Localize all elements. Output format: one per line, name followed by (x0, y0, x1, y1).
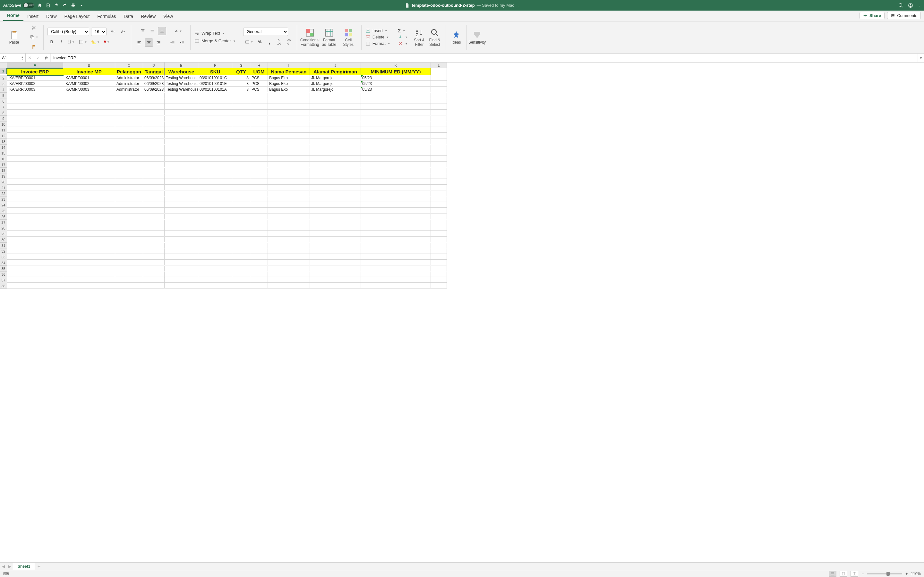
cell[interactable] (310, 179, 361, 185)
cell[interactable] (165, 248, 198, 254)
cell[interactable]: Jl. Margorejo (310, 81, 361, 87)
format-cells-button[interactable]: Format▾ (365, 41, 390, 46)
cell[interactable] (7, 197, 63, 202)
cell[interactable] (232, 156, 250, 161)
cell[interactable] (361, 254, 431, 259)
cell[interactable] (268, 237, 310, 242)
cell[interactable] (165, 231, 198, 237)
row-header[interactable]: 15 (0, 150, 7, 156)
cell[interactable] (165, 191, 198, 196)
row-header[interactable]: 27 (0, 219, 7, 226)
cell[interactable] (232, 254, 250, 259)
align-middle-icon[interactable] (148, 27, 157, 35)
cell[interactable] (250, 260, 268, 266)
cell[interactable] (268, 214, 310, 219)
cell[interactable] (431, 139, 447, 144)
cell[interactable] (431, 75, 447, 81)
cell[interactable] (361, 116, 431, 121)
cell[interactable] (310, 243, 361, 248)
cell[interactable] (310, 173, 361, 179)
cell[interactable] (310, 116, 361, 121)
cell[interactable] (115, 162, 143, 167)
cell[interactable] (198, 277, 232, 283)
cell[interactable] (7, 179, 63, 185)
cell[interactable] (198, 168, 232, 173)
fx-icon[interactable]: fx (42, 53, 51, 62)
tab-home[interactable]: Home (3, 10, 23, 21)
cell[interactable] (198, 93, 232, 98)
cell[interactable] (143, 139, 165, 144)
number-format-select[interactable]: General (243, 27, 288, 36)
cell[interactable] (115, 116, 143, 121)
cell[interactable] (143, 231, 165, 237)
cell[interactable] (310, 260, 361, 266)
cell[interactable] (232, 243, 250, 248)
cell[interactable] (7, 150, 63, 156)
sheet-next-icon[interactable]: ▶ (6, 564, 13, 569)
row-header[interactable]: 22 (0, 191, 7, 197)
cell[interactable] (7, 121, 63, 127)
cell[interactable] (198, 98, 232, 104)
cell[interactable] (250, 197, 268, 202)
cell[interactable] (431, 191, 447, 196)
cell[interactable] (268, 162, 310, 167)
cell-styles-button[interactable]: Cell Styles (339, 27, 357, 48)
cell[interactable] (115, 237, 143, 242)
row-header[interactable]: 16 (0, 156, 7, 162)
cell[interactable]: 8 (232, 81, 250, 87)
col-header[interactable]: B (63, 63, 115, 68)
cell[interactable] (115, 150, 143, 156)
cell[interactable] (115, 110, 143, 115)
cell[interactable] (165, 266, 198, 271)
cell[interactable] (232, 208, 250, 213)
row-header[interactable]: 8 (0, 110, 7, 116)
decrease-indent-icon[interactable] (168, 39, 177, 47)
row-header[interactable]: 33 (0, 254, 7, 260)
cell[interactable] (115, 127, 143, 133)
cell[interactable] (115, 208, 143, 213)
view-page-layout-icon[interactable] (840, 571, 847, 577)
font-family-select[interactable]: Calibri (Body) (47, 27, 89, 36)
cell[interactable] (198, 145, 232, 150)
cell[interactable] (143, 254, 165, 259)
cell[interactable] (310, 254, 361, 259)
cell[interactable] (7, 277, 63, 283)
borders-icon[interactable]: ▾ (77, 38, 88, 46)
bold-icon[interactable]: B (47, 38, 56, 46)
cell[interactable] (250, 116, 268, 121)
cell[interactable] (63, 185, 115, 190)
cell[interactable] (268, 116, 310, 121)
cell[interactable] (250, 208, 268, 213)
cell[interactable] (165, 162, 198, 167)
cell[interactable] (431, 121, 447, 127)
cell[interactable] (63, 116, 115, 121)
cell[interactable] (361, 156, 431, 161)
cell[interactable] (310, 283, 361, 288)
cell[interactable] (198, 254, 232, 259)
col-header[interactable]: A (7, 63, 63, 68)
cell[interactable] (7, 219, 63, 225)
zoom-slider[interactable] (867, 573, 902, 574)
cell[interactable]: Testing Warehouse (165, 87, 198, 92)
cell[interactable] (232, 219, 250, 225)
cell[interactable] (115, 191, 143, 196)
namebox-down-icon[interactable]: ▼ (21, 58, 23, 60)
cell[interactable]: 8 (232, 87, 250, 92)
cell[interactable] (63, 110, 115, 115)
align-top-icon[interactable] (139, 27, 147, 35)
cell[interactable] (268, 150, 310, 156)
cell[interactable] (268, 139, 310, 144)
cell[interactable]: 03/010100101C (198, 75, 232, 81)
cell[interactable] (232, 110, 250, 115)
cell[interactable]: Administrator (115, 75, 143, 81)
cell[interactable] (115, 260, 143, 266)
cell[interactable] (250, 283, 268, 288)
cell[interactable]: 06/09/2023 (143, 81, 165, 87)
delete-cells-button[interactable]: Delete▾ (365, 35, 389, 40)
cell[interactable] (431, 98, 447, 104)
cell[interactable] (250, 168, 268, 173)
row-header[interactable]: 13 (0, 139, 7, 145)
row-header[interactable]: 5 (0, 93, 7, 98)
cell[interactable] (431, 133, 447, 139)
cell[interactable] (431, 81, 447, 87)
